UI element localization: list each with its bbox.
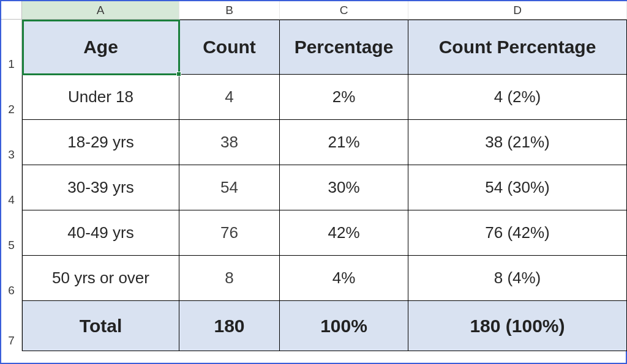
row-header-4[interactable]: 4 xyxy=(1,165,22,210)
cell-D4[interactable]: 54 (30%) xyxy=(408,165,627,210)
cell-A2[interactable]: Under 18 xyxy=(22,75,179,120)
cell-C6[interactable]: 4% xyxy=(280,256,408,301)
cell-C2[interactable]: 2% xyxy=(280,75,408,120)
cell-A4[interactable]: 30-39 yrs xyxy=(22,165,179,210)
row-header-1[interactable]: 1 xyxy=(1,20,22,75)
cell-C5[interactable]: 42% xyxy=(280,210,408,256)
cell-C3[interactable]: 21% xyxy=(280,120,408,165)
cell-B6[interactable]: 8 xyxy=(179,256,280,301)
column-header-C[interactable]: C xyxy=(280,1,408,20)
row-header-2[interactable]: 2 xyxy=(1,75,22,120)
column-header-B[interactable]: B xyxy=(179,1,280,20)
column-header-D[interactable]: D xyxy=(408,1,627,20)
cell-D2[interactable]: 4 (2%) xyxy=(408,75,627,120)
cell-D5[interactable]: 76 (42%) xyxy=(408,210,627,256)
row-header-7[interactable]: 7 xyxy=(1,301,22,351)
cell-D6[interactable]: 8 (4%) xyxy=(408,256,627,301)
cell-C4[interactable]: 30% xyxy=(280,165,408,210)
cell-A6[interactable]: 50 yrs or over xyxy=(22,256,179,301)
spreadsheet-window: A B C D 1 Age Count Percentage Count Per… xyxy=(0,0,627,364)
row-header-3[interactable]: 3 xyxy=(1,120,22,165)
cell-B4[interactable]: 54 xyxy=(179,165,280,210)
cell-C1[interactable]: Percentage xyxy=(280,20,408,75)
row-header-6[interactable]: 6 xyxy=(1,256,22,301)
cell-A7[interactable]: Total xyxy=(22,301,179,351)
cell-D3[interactable]: 38 (21%) xyxy=(408,120,627,165)
cell-B3[interactable]: 38 xyxy=(179,120,280,165)
cell-B2[interactable]: 4 xyxy=(179,75,280,120)
cell-D1[interactable]: Count Percentage xyxy=(408,20,627,75)
spreadsheet-grid[interactable]: A B C D 1 Age Count Percentage Count Per… xyxy=(1,1,626,363)
cell-A1[interactable]: Age xyxy=(22,20,179,75)
cell-B5[interactable]: 76 xyxy=(179,210,280,256)
cell-D7[interactable]: 180 (100%) xyxy=(408,301,627,351)
cell-B1[interactable]: Count xyxy=(179,20,280,75)
select-all-corner[interactable] xyxy=(1,1,22,20)
cell-C7[interactable]: 100% xyxy=(280,301,408,351)
cell-A5[interactable]: 40-49 yrs xyxy=(22,210,179,256)
cell-B7[interactable]: 180 xyxy=(179,301,280,351)
cell-A3[interactable]: 18-29 yrs xyxy=(22,120,179,165)
column-header-A[interactable]: A xyxy=(22,1,179,20)
row-header-5[interactable]: 5 xyxy=(1,210,22,256)
